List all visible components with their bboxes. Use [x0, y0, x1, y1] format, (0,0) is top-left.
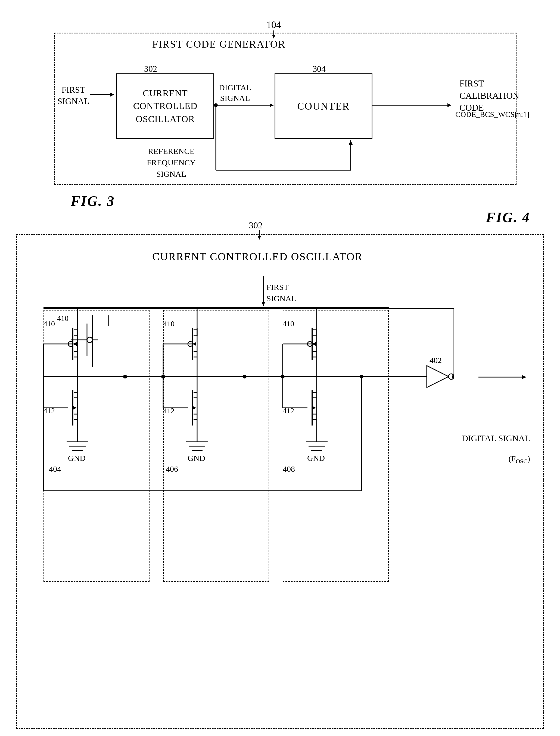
- fig4-first-signal-arrow: [260, 276, 267, 309]
- svg-marker-37: [73, 342, 77, 346]
- svg-text:410: 410: [283, 319, 294, 328]
- svg-point-124: [243, 375, 247, 378]
- fig3-first-cal-code-label: FIRST CALIBRATION CODE: [459, 77, 519, 114]
- svg-marker-3: [110, 93, 114, 97]
- svg-point-125: [281, 375, 285, 378]
- fig4-ref-302-label: 302: [249, 220, 263, 231]
- fig4-section: FIG. 4 302 CURRENT CONTROLLED OSCILLATOR…: [0, 207, 560, 736]
- svg-text:406: 406: [166, 464, 178, 473]
- fig3-ref-lines: [215, 105, 353, 173]
- fig3-label-104: 104: [266, 19, 281, 30]
- svg-marker-112: [312, 406, 316, 410]
- fig3-ref-freq-label: REFERENCEFREQUENCYSIGNAL: [147, 145, 196, 180]
- svg-marker-101: [312, 342, 316, 346]
- svg-text:GND: GND: [188, 454, 205, 462]
- fig3-first-signal-label: FIRST SIGNAL: [56, 84, 91, 107]
- svg-marker-10: [349, 140, 353, 145]
- fig3-counter-ref: 304: [313, 64, 326, 74]
- fig3-arrow-fs-cco: [90, 89, 120, 100]
- svg-marker-78: [192, 406, 196, 410]
- svg-text:GND: GND: [307, 454, 325, 462]
- svg-point-91: [161, 375, 165, 378]
- fig3-arrow-counter-out: [372, 103, 457, 108]
- fig3-cco-box: CURRENT CONTROLLED OSCILLATOR: [116, 73, 214, 139]
- fig4-output-arrow: [478, 374, 533, 380]
- fig3-code-bcs-label: CODE_BCS_WCS[n:1]: [455, 110, 529, 119]
- fig4-first-signal-label: FIRSTSIGNAL: [266, 281, 296, 304]
- svg-marker-12: [447, 103, 451, 107]
- svg-marker-142: [522, 375, 526, 379]
- fig4-title: CURRENT CONTROLLED OSCILLATOR: [152, 250, 363, 263]
- fig4-diagram: 302 CURRENT CONTROLLED OSCILLATOR FIRSTS…: [16, 234, 544, 729]
- svg-text:410: 410: [43, 319, 55, 328]
- fig3-diagram: 104 FIRST CODE GENERATOR FIRST SIGNAL CU…: [16, 19, 549, 209]
- fig3-title: FIRST CODE GENERATOR: [152, 38, 285, 50]
- svg-marker-49: [73, 406, 77, 410]
- svg-text:404: 404: [49, 464, 61, 473]
- fig3-cco-ref: 302: [144, 64, 157, 74]
- svg-text:412: 412: [283, 406, 294, 415]
- svg-text:410: 410: [163, 319, 175, 328]
- svg-text:408: 408: [283, 464, 295, 473]
- fig4-fosc-label: (FOSC): [509, 454, 530, 465]
- fig4-circuit-svg: GND 404 410 412: [33, 306, 454, 594]
- svg-marker-67: [192, 342, 196, 346]
- page: 104 FIRST CODE GENERATOR FIRST SIGNAL CU…: [0, 0, 560, 736]
- svg-text:412: 412: [43, 406, 55, 415]
- svg-point-90: [123, 375, 127, 378]
- fig4-caption: FIG. 4: [486, 209, 530, 225]
- fig3-cco-text: CURRENT CONTROLLED OSCILLATOR: [133, 87, 198, 126]
- svg-text:GND: GND: [68, 454, 86, 462]
- svg-text:412: 412: [163, 406, 175, 415]
- svg-text:402: 402: [430, 356, 442, 365]
- fig3-digital-signal-label: DIGITALSIGNAL: [219, 82, 251, 103]
- fig4-digital-signal-out-label: DIGITAL SIGNAL: [462, 432, 530, 445]
